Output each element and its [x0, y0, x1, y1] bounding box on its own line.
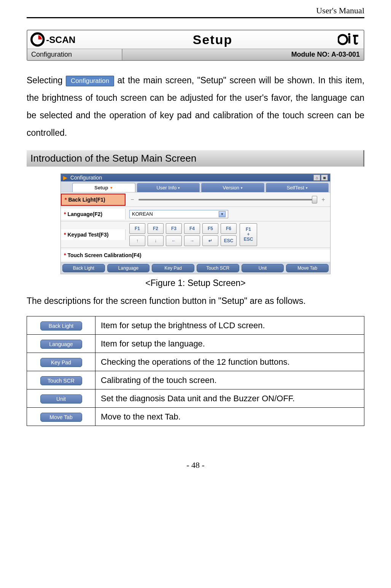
- chevron-down-icon: ▾: [306, 186, 308, 190]
- key-enter[interactable]: ↵: [202, 235, 218, 246]
- slider-thumb[interactable]: [312, 196, 317, 203]
- key-down[interactable]: ↓: [148, 235, 164, 246]
- svg-point-2: [338, 35, 347, 44]
- svg-point-4: [348, 33, 350, 35]
- intro-lead: Selecting: [27, 75, 63, 85]
- chevron-down-icon: ▾: [241, 186, 243, 190]
- table-row: Touch SCR Calibrating of the touch scree…: [27, 371, 364, 389]
- home-icon[interactable]: ⌂: [313, 175, 320, 181]
- key-f1-plus-esc[interactable]: F1 + ESC: [240, 223, 257, 246]
- page-title: Setup: [193, 32, 232, 47]
- plus-icon[interactable]: +: [320, 196, 326, 203]
- backlight-label[interactable]: * Back Light(F1): [61, 194, 126, 206]
- gscan-logo: -SCAN: [30, 32, 87, 47]
- footer-keypad-button[interactable]: Key Pad: [152, 264, 194, 272]
- desc-cell: Item for setup the language.: [95, 335, 364, 353]
- screenshot-titlebar: ▶ Configuration ⌂ ◙: [61, 174, 330, 181]
- tab-label: Version: [223, 185, 239, 191]
- camera-icon[interactable]: ◙: [321, 175, 328, 181]
- pill-backlight: Back Light: [40, 321, 82, 331]
- footer-movetab-button[interactable]: Move Tab: [286, 264, 329, 272]
- figure-caption: <Figure 1: Setup Screen>: [27, 278, 364, 288]
- page-number: - 48 -: [27, 460, 364, 470]
- footer-unit-button[interactable]: Unit: [242, 264, 284, 272]
- row-language: * Language(F2) KOREAN ▼: [61, 207, 330, 221]
- subheader-right: Module NO: A-03-001: [122, 49, 364, 60]
- git-logo: [338, 32, 361, 47]
- asterisk-icon: *: [64, 232, 66, 238]
- tab-label: SelfTest: [287, 185, 304, 191]
- tab-version[interactable]: Version ▾: [201, 183, 264, 192]
- pill-keypad: Key Pad: [40, 358, 82, 367]
- key-f3[interactable]: F3: [166, 223, 182, 234]
- key-up[interactable]: ↑: [129, 235, 145, 246]
- description-table: Back Light Item for setup the brightness…: [27, 316, 364, 426]
- key-f2[interactable]: F2: [148, 223, 164, 234]
- title-block: -SCAN Setup Configuration Module NO: A-0…: [27, 30, 364, 61]
- svg-text:-SCAN: -SCAN: [46, 35, 75, 45]
- chevron-down-icon: ▾: [178, 186, 180, 190]
- language-value: KOREAN: [132, 211, 153, 217]
- table-row: Language Item for setup the language.: [27, 335, 364, 353]
- row-keypad: * Keypad Test(F3) F1 F2 F3 F4 F5 F6: [61, 221, 330, 248]
- desc-cell: Item for setup the brightness of LCD scr…: [95, 316, 364, 335]
- table-row: Key Pad Checking the operations of the 1…: [27, 353, 364, 371]
- desc-cell: Move to the next Tab.: [95, 408, 364, 426]
- configuration-badge: Configuration: [66, 76, 114, 86]
- table-row: Unit Set the diagnosis Data unit and the…: [27, 389, 364, 408]
- minus-icon[interactable]: −: [129, 196, 135, 203]
- asterisk-icon: *: [64, 252, 66, 258]
- tab-label: User Info: [156, 185, 176, 191]
- desc-cell: Checking the operations of the 12 functi…: [95, 353, 364, 371]
- pill-language: Language: [40, 340, 82, 349]
- table-row: Back Light Item for setup the brightness…: [27, 316, 364, 335]
- key-f5[interactable]: F5: [202, 223, 218, 234]
- row-backlight: * Back Light(F1) − +: [61, 192, 330, 207]
- asterisk-icon: *: [64, 211, 66, 217]
- chevron-down-icon: ▼: [110, 186, 113, 190]
- table-row: Move Tab Move to the next Tab.: [27, 408, 364, 426]
- setup-screenshot: ▶ Configuration ⌂ ◙ Setup ▼ User Info ▾ …: [60, 173, 331, 274]
- language-label[interactable]: * Language(F2): [61, 209, 126, 219]
- document-header: User's Manual: [27, 6, 364, 18]
- desc-cell: Calibrating of the touch screen.: [95, 371, 364, 389]
- screenshot-footer: Back Light Language Key Pad Touch SCR Un…: [61, 262, 330, 274]
- screenshot-tabs: Setup ▼ User Info ▾ Version ▾ SelfTest ▾: [61, 181, 330, 192]
- subheader-left: Configuration: [27, 49, 122, 60]
- tab-setup[interactable]: Setup ▼: [72, 183, 135, 192]
- key-f4[interactable]: F4: [184, 223, 200, 234]
- language-select[interactable]: KOREAN ▼: [129, 210, 228, 218]
- row-calibration: * Touch Screen Calibration(F4): [61, 248, 330, 262]
- pill-unit: Unit: [40, 394, 82, 404]
- key-f6[interactable]: F6: [221, 223, 237, 234]
- footer-touchscr-button[interactable]: Touch SCR: [197, 264, 239, 272]
- tab-user-info[interactable]: User Info ▾: [137, 183, 200, 192]
- key-left[interactable]: ←: [166, 235, 182, 246]
- followup-text: The descriptions for the screen function…: [27, 294, 364, 308]
- calibration-label[interactable]: * Touch Screen Calibration(F4): [61, 250, 330, 261]
- keypad-label[interactable]: * Keypad Test(F3): [61, 229, 126, 240]
- footer-backlight-button[interactable]: Back Light: [62, 264, 105, 272]
- pill-touchscr: Touch SCR: [40, 376, 82, 385]
- intro-paragraph: Selecting Configuration at the main scre…: [27, 72, 364, 141]
- footer-language-button[interactable]: Language: [107, 264, 150, 272]
- triangle-icon: ▶: [63, 175, 67, 181]
- section-heading: Introduction of the Setup Main Screen: [27, 150, 364, 167]
- tab-selftest[interactable]: SelfTest ▾: [266, 183, 329, 192]
- svg-rect-3: [348, 36, 350, 43]
- key-f1[interactable]: F1: [129, 223, 145, 234]
- desc-cell: Set the diagnosis Data unit and the Buzz…: [95, 389, 364, 408]
- brightness-slider[interactable]: [138, 199, 317, 200]
- chevron-down-icon[interactable]: ▼: [219, 211, 226, 217]
- pill-movetab: Move Tab: [40, 413, 82, 422]
- key-esc[interactable]: ESC: [221, 235, 237, 246]
- titlebar-label: Configuration: [70, 175, 102, 181]
- tab-label: Setup: [94, 185, 108, 191]
- asterisk-icon: *: [65, 197, 67, 203]
- key-right[interactable]: →: [184, 235, 200, 246]
